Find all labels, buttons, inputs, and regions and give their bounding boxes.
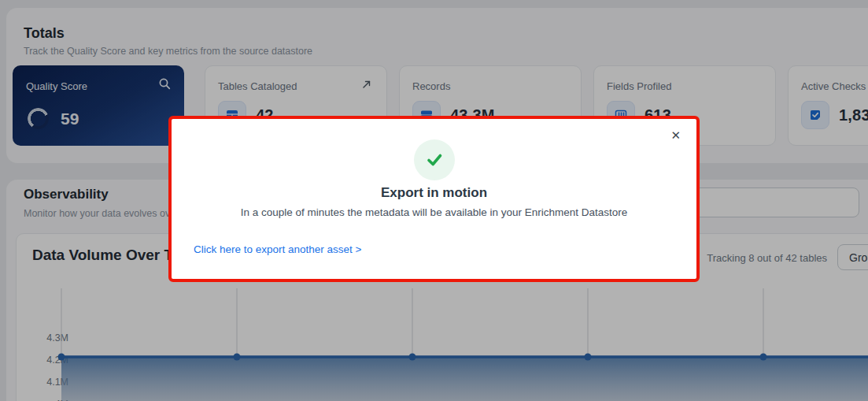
modal-title: Export in motion <box>172 185 696 201</box>
modal-message: In a couple of minutes the metadata will… <box>172 206 696 218</box>
dashboard-page: Totals Track the Quality Score and key m… <box>0 0 868 401</box>
success-check-icon <box>414 139 455 180</box>
close-icon[interactable]: ✕ <box>670 128 681 143</box>
export-another-asset-link[interactable]: Click here to export another asset > <box>194 243 362 255</box>
export-modal: ✕ Export in motion In a couple of minute… <box>168 116 700 282</box>
